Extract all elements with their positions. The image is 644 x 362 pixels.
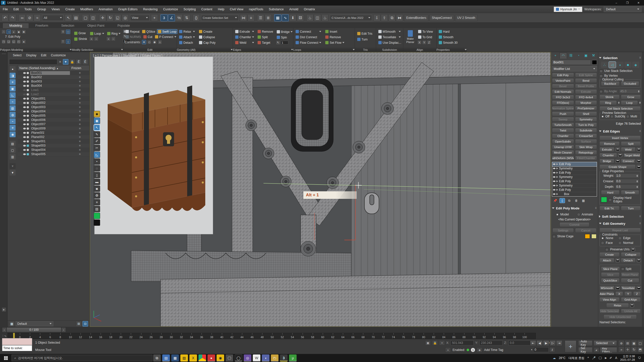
bridge-button[interactable]: Bridge xyxy=(276,29,294,34)
grow-button[interactable]: Grow xyxy=(621,95,641,99)
window-crossing-icon[interactable]: ◫ xyxy=(90,14,97,21)
visibility-eye-icon[interactable] xyxy=(23,106,26,108)
ribbon-tab[interactable]: Object Paint xyxy=(81,23,111,28)
backface-button[interactable]: Backface xyxy=(601,81,620,86)
settings-button[interactable]: Settings xyxy=(552,228,574,233)
frozen-column-header[interactable]: Frozen xyxy=(70,66,89,70)
explorer-row[interactable]: Shape001 ✳ xyxy=(18,139,90,144)
key-paw-icon[interactable]: ⸙ xyxy=(594,347,599,352)
hidden-filter-icon[interactable]: ◉ xyxy=(10,131,16,137)
preview-multi-radio[interactable] xyxy=(626,115,629,118)
explorer-row[interactable]: Low1 ✳ xyxy=(18,88,90,92)
snaps-toggle-3d-icon[interactable]: 3 xyxy=(160,14,168,21)
ribbon-tab[interactable]: Freeform xyxy=(29,23,55,28)
frozen-snowflake-icon[interactable]: ✳ xyxy=(70,106,90,109)
constraint-face-radio[interactable] xyxy=(601,241,604,245)
preview-border-icon[interactable]: ◱ xyxy=(12,39,16,44)
edge-subobject-icon[interactable]: ◁ xyxy=(609,62,616,68)
modifier-visibility-icon[interactable] xyxy=(553,193,555,195)
ring-shrink-icon[interactable]: − xyxy=(111,37,115,41)
previous-frame-arrow[interactable]: ‹ xyxy=(2,327,7,332)
menu-item[interactable]: Animation xyxy=(96,6,115,13)
tessellate-settings-icon[interactable] xyxy=(637,286,641,290)
turn-button[interactable]: Turn xyxy=(621,206,641,211)
toolbar-icon[interactable] xyxy=(80,14,82,21)
planar-x-button[interactable]: X xyxy=(615,291,623,296)
expand-arrow-icon[interactable] xyxy=(556,172,558,174)
attach-settings-icon[interactable] xyxy=(616,259,620,262)
nurms-button[interactable]: NURMS xyxy=(125,34,142,39)
use-stack-selection-checkbox[interactable] xyxy=(599,69,603,73)
expand-arrow-icon[interactable] xyxy=(556,176,558,178)
msmooth-button[interactable]: MSmooth xyxy=(599,286,615,290)
key-mode-toggle-icon[interactable]: ⚷ xyxy=(549,347,555,352)
menu-item[interactable]: Tools xyxy=(22,6,34,13)
go-to-start-icon[interactable]: ⇤ xyxy=(530,340,536,346)
split-button[interactable]: Split xyxy=(621,141,641,146)
planar-z-button[interactable]: Z xyxy=(633,291,641,296)
explorer-row[interactable]: Object009 ✳ xyxy=(18,126,90,131)
toggle-ribbon-icon[interactable]: ▦ xyxy=(274,14,281,21)
toolbar-icon[interactable] xyxy=(272,14,274,21)
frozen-snowflake-icon[interactable]: ✳ xyxy=(70,114,90,117)
explorer-row[interactable]: Object004 ✳ xyxy=(18,109,90,114)
visibility-eye-icon[interactable] xyxy=(23,76,26,78)
frozen-snowflake-icon[interactable]: ✳ xyxy=(70,131,90,134)
pin-stack-icon[interactable]: 📌 xyxy=(552,198,558,203)
asset-tracking-icon[interactable]: ⧓ xyxy=(396,14,403,21)
visibility-eye-icon[interactable] xyxy=(23,102,26,104)
expand-arrow-icon[interactable] xyxy=(556,180,558,182)
turn-button[interactable]: Turn xyxy=(356,37,374,42)
align-icon[interactable]: ≡ xyxy=(248,14,255,21)
object-name-field[interactable]: Box001 xyxy=(552,60,591,65)
connect-settings-icon[interactable] xyxy=(637,159,641,163)
frozen-snowflake-icon[interactable]: ✳ xyxy=(70,84,90,87)
close-button[interactable]: ✕ xyxy=(633,0,644,6)
polygon-mode-icon[interactable]: ■ xyxy=(17,30,21,34)
speaker-tray-icon[interactable]: 🕪 xyxy=(605,356,607,360)
make-planar-button[interactable]: Make Planar xyxy=(405,37,416,43)
shield-icon[interactable]: ◗ xyxy=(445,347,451,352)
insert-loop-button[interactable]: Insert xyxy=(325,29,345,34)
clapper-icon[interactable]: ▬ xyxy=(94,179,100,185)
bridge-button[interactable]: Bridge xyxy=(599,159,615,163)
recorder-app-icon[interactable]: ● xyxy=(208,354,215,361)
filter-icon[interactable] xyxy=(10,160,16,162)
document-icon[interactable]: ▤ xyxy=(94,206,100,212)
collapse-stack-icon[interactable]: ⇧ xyxy=(61,30,65,34)
animate-radio[interactable] xyxy=(577,213,580,216)
toolbar-icon[interactable] xyxy=(304,14,306,21)
menu-item[interactable]: Scripting xyxy=(181,6,198,13)
constraint-normal-icon[interactable]: ⊥ xyxy=(158,40,162,44)
pencil-icon[interactable]: ✎ xyxy=(94,131,100,138)
menu-item[interactable]: Create xyxy=(63,6,78,13)
helpers-filter-icon[interactable]: ◺ xyxy=(10,92,16,98)
expand-arrow-icon[interactable] xyxy=(556,189,558,191)
monitor-app-icon[interactable]: 🖵 xyxy=(226,354,233,361)
key-mode-dropdown[interactable]: Selected xyxy=(594,340,617,346)
hard-edge-color-swatch[interactable] xyxy=(601,197,607,202)
3dsmax-app-icon[interactable]: 3 xyxy=(280,354,288,361)
visibility-eye-icon[interactable] xyxy=(23,98,26,100)
modifier-button[interactable]: Morpher xyxy=(575,100,597,105)
workspace-dropdown[interactable]: Default xyxy=(604,7,641,12)
percent-snap-icon[interactable]: % xyxy=(176,14,183,21)
edit-tris-button[interactable]: Edit Tris xyxy=(356,31,374,36)
section-label[interactable]: Align xyxy=(403,48,436,52)
pin-stack-icon[interactable]: ⊺ xyxy=(61,39,65,44)
modifier-button[interactable]: Extrude xyxy=(575,89,597,94)
sticky-notes-app-icon[interactable]: ▨ xyxy=(180,354,188,361)
shrink-button[interactable]: Shrink xyxy=(73,37,88,41)
grid-align-button[interactable]: Grid Align xyxy=(621,297,641,302)
dist-connect-button[interactable]: Dist Connect xyxy=(295,35,322,39)
notification-center-icon[interactable]: 🗨 xyxy=(638,356,641,360)
cut-button[interactable]: Cut xyxy=(621,278,639,283)
frozen-snowflake-icon[interactable]: ✳ xyxy=(70,123,90,126)
use-pivot-point-icon[interactable]: ⌖ xyxy=(151,14,158,21)
repeat-button[interactable]: Repeat xyxy=(125,29,140,34)
preview-off-radio[interactable] xyxy=(601,115,604,118)
section-label[interactable]: Edit xyxy=(123,48,177,52)
border-subobject-icon[interactable]: ◗ xyxy=(617,62,624,68)
get-stack-selection-button[interactable]: Get Stack Selection xyxy=(599,106,641,111)
bind-to-space-warp-icon[interactable]: ≈ xyxy=(34,14,41,21)
